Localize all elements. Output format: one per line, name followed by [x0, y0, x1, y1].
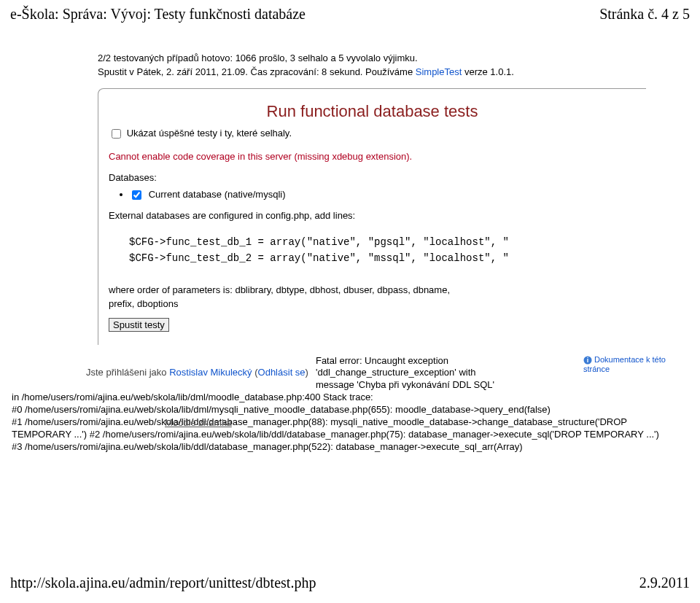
moodle-badge: Moodle znamka [165, 417, 232, 429]
databases-label: Databases: [109, 172, 636, 183]
page-documentation-link[interactable]: iDokumentace k této stránce [583, 355, 685, 373]
param-note-2: prefix, dboptions [109, 298, 636, 309]
logout-link[interactable]: Odhlásit se [258, 367, 306, 378]
svg-text:i: i [587, 357, 589, 364]
panel-title: Run functional database tests [109, 102, 636, 121]
fatal-error-message: Fatal error: Uncaught exception 'ddl_cha… [316, 355, 583, 392]
external-db-note: External databases are configured in con… [109, 210, 636, 221]
summary-line-1: 2/2 testovaných případů hotovo: 1066 pro… [98, 52, 646, 66]
footer-date: 2.9.2011 [639, 575, 690, 591]
stack-trace: in /home/users/romi/ajina.eu/web/skola/l… [12, 392, 685, 453]
show-passed-checkbox[interactable] [112, 129, 121, 139]
simpletest-link[interactable]: SimpleTest [416, 66, 462, 77]
coverage-warning: Cannot enable code coverage in this serv… [109, 151, 636, 162]
user-link[interactable]: Rostislav Mikulecký [169, 367, 252, 378]
run-tests-button[interactable]: Spustit testy [109, 318, 169, 332]
database-item-current: Current database (native/mysqli) [131, 189, 636, 200]
footer-url: http://skola.ajina.eu/admin/report/unitt… [10, 575, 316, 591]
code-example: $CFG->func_test_db_1 = array("native", "… [129, 234, 636, 267]
show-passed-label: Ukázat úspěšné testy i ty, které selhaly… [127, 128, 292, 139]
login-status: Jste přihlášeni jako Rostislav Mikulecký… [86, 367, 308, 378]
param-note-1: where order of parameters is: dblibrary,… [109, 284, 636, 295]
info-icon: i [583, 356, 592, 365]
page-header-right: Stránka č. 4 z 5 [599, 6, 690, 23]
current-db-checkbox[interactable] [132, 190, 141, 200]
test-panel: Run functional database tests Ukázat úsp… [98, 88, 646, 345]
current-db-label: Current database (native/mysqli) [149, 189, 286, 200]
page-header-left: e-Škola: Správa: Vývoj: Testy funkčnosti… [10, 6, 306, 23]
summary-line-2: Spustit v Pátek, 2. září 2011, 21.09. Ča… [98, 66, 646, 79]
